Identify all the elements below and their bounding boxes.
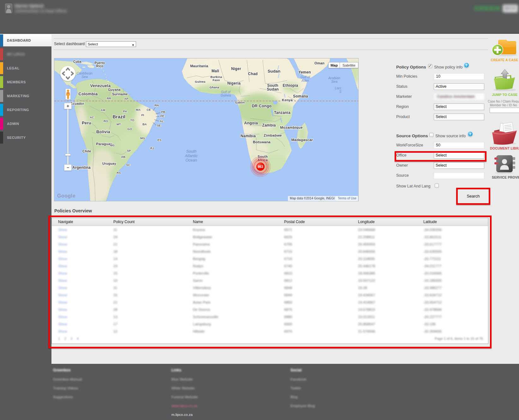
- pan-left-icon[interactable]: [63, 72, 64, 75]
- footer-link[interactable]: Suggestions: [53, 395, 82, 399]
- map-type-satellite-button[interactable]: Satellite: [340, 62, 358, 68]
- map-label-nigeria: Nigeria: [227, 81, 241, 86]
- table-row: Show28De Doorns687519.678815-33.478666: [52, 306, 488, 313]
- zoom-out-button[interactable]: −: [64, 164, 72, 171]
- show-link[interactable]: Show: [58, 241, 67, 248]
- zoom-track[interactable]: [67, 109, 69, 164]
- footer-link[interactable]: Blog: [290, 395, 315, 399]
- dashboard-select[interactable]: Select ▼: [86, 41, 136, 47]
- case-lookup-input[interactable]: [490, 108, 519, 113]
- table-cell: Radyn: [193, 263, 203, 270]
- map-label-mg: MG: [140, 136, 145, 140]
- min-policies-field[interactable]: 10: [434, 73, 484, 80]
- product-field[interactable]: Select: [434, 114, 484, 120]
- show-source-info-checkbox[interactable]: [429, 133, 433, 137]
- service-provider-button[interactable]: SERVICE PROVIDER: [492, 155, 517, 179]
- show-link[interactable]: Show: [58, 277, 67, 284]
- show-link[interactable]: Show: [58, 292, 67, 299]
- table-cell: 19.414567: [358, 299, 375, 306]
- show-link[interactable]: Show: [58, 255, 67, 263]
- sidebar-item-security[interactable]: SECURITY: [0, 132, 51, 144]
- show-link[interactable]: Show: [58, 313, 67, 321]
- show-link[interactable]: Show: [58, 321, 67, 328]
- google-map[interactable]: CubaPuertoRicoVenezuelaGuyanaSurinameCol…: [54, 58, 359, 201]
- map-label-yemen: Yemen: [298, 70, 311, 74]
- column-header-name[interactable]: Name: [193, 218, 203, 226]
- show-link[interactable]: Show: [58, 263, 67, 270]
- zoom-slider-knob[interactable]: [65, 154, 71, 156]
- sidebar-item-label: REPORTING: [7, 104, 29, 116]
- sidebar-item-reporting[interactable]: REPORTING: [0, 104, 51, 116]
- column-header-policy-count[interactable]: Policy Count: [113, 218, 134, 226]
- footer-link[interactable]: White Website: [171, 386, 198, 390]
- table-cell: 15: [113, 292, 117, 299]
- column-header-longitude[interactable]: Longitude: [358, 218, 375, 226]
- sidebar-item-dashboard[interactable]: DASHBOARD: [0, 34, 51, 46]
- footer-link-mobile-site[interactable]: m.lipco.co.za: [171, 413, 198, 417]
- map-type-map-button[interactable]: Map: [328, 62, 340, 68]
- document-library-button[interactable]: DOCUMENT LIBRARY: [490, 121, 519, 150]
- footer-link[interactable]: Funeral Website: [171, 395, 198, 399]
- show-link[interactable]: Show: [58, 328, 67, 335]
- show-link[interactable]: Show: [58, 234, 67, 241]
- column-header-latitude[interactable]: Latitude: [423, 218, 437, 226]
- table-cell: -33.617777: [423, 241, 442, 248]
- jump-case-button[interactable]: JUMP TO CASE: [491, 67, 518, 97]
- table-cell: Porterville: [193, 270, 209, 277]
- status-field[interactable]: Active: [434, 83, 484, 90]
- map-terms-link[interactable]: Terms of Use: [336, 196, 358, 201]
- zoom-in-button[interactable]: +: [64, 103, 72, 109]
- service-provider-icon: [492, 155, 516, 174]
- footer-link[interactable]: www.lipco.co.za: [171, 404, 198, 408]
- workforcesize-field[interactable]: 50: [434, 142, 484, 149]
- column-header-navigate[interactable]: Navigate: [58, 218, 73, 226]
- show-policy-info-checkbox[interactable]: ✓: [428, 64, 432, 68]
- source-help-icon[interactable]: ?: [468, 131, 473, 137]
- map-label-mali: Mali: [212, 69, 219, 73]
- pegman-control[interactable]: [65, 89, 71, 100]
- owner-field[interactable]: Select: [434, 162, 484, 169]
- sidebar-item-strip: [0, 48, 3, 60]
- create-case-button[interactable]: CREATE A CASE: [490, 37, 519, 62]
- sidebar-item-marketing[interactable]: MARKETING: [0, 90, 51, 102]
- table-cell: 6571: [284, 226, 292, 234]
- show-link[interactable]: Show: [58, 284, 67, 292]
- pager-page-links[interactable]: 1 2 3 4: [58, 337, 79, 340]
- map-attribution: Map data ©2014 Google, INEGI: [288, 196, 337, 201]
- show-link[interactable]: Show: [58, 248, 67, 255]
- map-label-niger: Niger: [231, 67, 241, 71]
- map-marker[interactable]: 863: [251, 157, 270, 176]
- pan-right-icon[interactable]: [71, 72, 73, 75]
- map-label-sudan: Sudan: [267, 87, 279, 92]
- sidebar-item-admin[interactable]: ADMIN: [0, 118, 51, 130]
- show-lat-lang-checkbox[interactable]: [435, 184, 439, 188]
- map-label-rs: RS: [116, 171, 121, 175]
- pan-up-icon[interactable]: [66, 68, 69, 70]
- marketer-field[interactable]: Candice Amsterdam: [434, 93, 484, 100]
- table-row: Show11Knysna657123.046668-34.035556: [52, 226, 488, 234]
- footer-link[interactable]: Employee Blog: [290, 404, 315, 408]
- footer-link[interactable]: Greenbox Manual: [53, 377, 82, 381]
- show-link[interactable]: Show: [58, 299, 67, 306]
- sidebar-item-legal[interactable]: LEGAL: [0, 62, 51, 74]
- map-label-dr-congo: DR Congo: [252, 104, 272, 108]
- show-link[interactable]: Show: [58, 270, 67, 277]
- map-pan-control[interactable]: [60, 66, 75, 81]
- policy-help-icon[interactable]: ?: [464, 62, 469, 68]
- region-field[interactable]: Select: [434, 104, 484, 110]
- map-label-ma: MA: [136, 108, 141, 111]
- footer-link[interactable]: Twitter: [290, 386, 315, 390]
- table-cell: 19: [113, 263, 117, 270]
- column-header-postal-code[interactable]: Postal Code: [284, 218, 305, 226]
- show-link[interactable]: Show: [58, 226, 67, 234]
- sidebar-item-my-lipco[interactable]: MY LIPCO: [0, 48, 51, 60]
- footer-link[interactable]: Training Videos: [53, 386, 82, 390]
- pan-down-icon[interactable]: [66, 77, 69, 79]
- footer-link[interactable]: Blue Website: [171, 377, 198, 381]
- show-link[interactable]: Show: [58, 306, 67, 313]
- divider-bottom: [54, 50, 488, 50]
- footer-link[interactable]: Facebook: [290, 377, 315, 381]
- source-field[interactable]: [434, 172, 484, 179]
- sidebar-item-members[interactable]: MEMBERS: [0, 76, 51, 88]
- map-label-angola: Angola: [244, 121, 258, 125]
